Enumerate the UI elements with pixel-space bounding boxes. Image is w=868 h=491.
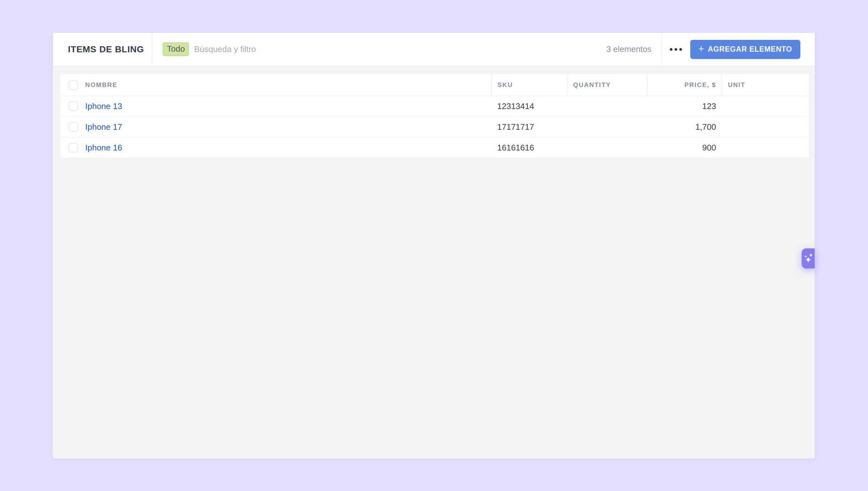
- assistant-button[interactable]: [802, 249, 815, 268]
- cell-quantity: [567, 96, 647, 116]
- filter-badge-todo[interactable]: Todo: [163, 42, 189, 56]
- plus-icon: +: [699, 44, 704, 54]
- column-header-nombre[interactable]: NOMBRE: [60, 74, 491, 96]
- cell-price: 123: [647, 96, 722, 116]
- cell-price: 1,700: [647, 117, 722, 137]
- cell-unit: [722, 96, 809, 116]
- cell-name: Iphone 13: [60, 96, 491, 116]
- item-name-link[interactable]: Iphone 13: [85, 102, 122, 111]
- cell-quantity: [567, 137, 647, 158]
- table-row[interactable]: Iphone 13 12313414 123: [60, 96, 809, 117]
- table-row[interactable]: Iphone 16 16161616 900: [60, 137, 809, 158]
- search-area: Todo: [152, 33, 606, 66]
- more-options-button[interactable]: [661, 33, 690, 66]
- cell-unit: [722, 137, 809, 158]
- item-name-link[interactable]: Iphone 16: [85, 143, 122, 153]
- cell-unit: [722, 117, 809, 137]
- column-header-quantity[interactable]: QUANTITY: [567, 74, 647, 96]
- page-title: ITEMS DE BLING: [68, 44, 144, 55]
- add-item-button[interactable]: + AGREGAR ELEMENTO: [690, 40, 801, 59]
- add-item-button-label: AGREGAR ELEMENTO: [708, 45, 792, 54]
- column-header-label: QUANTITY: [573, 81, 611, 89]
- column-header-label: PRICE, $: [684, 81, 716, 89]
- row-checkbox[interactable]: [69, 143, 78, 152]
- row-checkbox[interactable]: [69, 102, 78, 111]
- cell-name: Iphone 16: [60, 137, 491, 158]
- cell-name: Iphone 17: [60, 117, 491, 137]
- cell-sku: 12313414: [491, 96, 567, 116]
- row-checkbox[interactable]: [69, 122, 78, 132]
- column-header-sku[interactable]: SKU: [491, 74, 567, 96]
- column-header-label: UNIT: [728, 81, 745, 89]
- title-box: ITEMS DE BLING: [53, 33, 152, 66]
- column-header-unit[interactable]: UNIT: [722, 74, 809, 96]
- cell-sku: 16161616: [491, 137, 567, 158]
- table-row[interactable]: Iphone 17 17171717 1,700: [60, 117, 809, 137]
- cell-price: 900: [647, 137, 722, 158]
- column-header-label: NOMBRE: [85, 81, 117, 89]
- cell-sku: 17171717: [491, 117, 567, 137]
- cell-quantity: [567, 117, 647, 137]
- column-header-label: SKU: [497, 81, 513, 89]
- panel-header: ITEMS DE BLING Todo 3 elementos + AGREGA…: [53, 33, 815, 66]
- item-name-link[interactable]: Iphone 17: [85, 122, 122, 132]
- items-panel: ITEMS DE BLING Todo 3 elementos + AGREGA…: [53, 33, 815, 459]
- select-all-checkbox[interactable]: [69, 80, 78, 90]
- table-header-row: NOMBRE SKU QUANTITY PRICE, $ UNIT: [60, 74, 809, 96]
- items-table: NOMBRE SKU QUANTITY PRICE, $ UNIT: [60, 74, 809, 158]
- sparkles-icon: [803, 253, 813, 264]
- ellipsis-icon: [670, 48, 682, 51]
- search-input[interactable]: [194, 44, 606, 54]
- items-count: 3 elementos: [606, 33, 661, 66]
- column-header-price[interactable]: PRICE, $: [647, 74, 722, 96]
- page: ITEMS DE BLING Todo 3 elementos + AGREGA…: [0, 0, 868, 491]
